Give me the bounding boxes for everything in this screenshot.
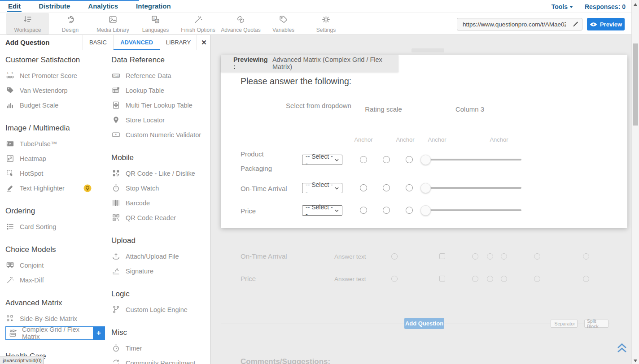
toolbar-item-advance-quotas[interactable]: Advance Quotas <box>219 13 262 35</box>
sidebar-item-lookup-table[interactable]: Lookup Table <box>111 83 209 98</box>
sidebar-item-side-by-side-matrix[interactable]: Side-By-Side Matrix <box>5 311 107 326</box>
split-block-button[interactable]: Split Block <box>584 320 608 328</box>
rating-radio[interactable] <box>360 184 367 191</box>
row-dropdown[interactable]: -- Select -- <box>302 155 342 165</box>
radio-button[interactable] <box>391 276 398 282</box>
toolbar-item-workspace[interactable]: Workspace <box>6 13 49 35</box>
scrollbar-up-arrow-icon[interactable] <box>634 3 637 6</box>
add-question-panel: Add Question BASIC ADVANCED LIBRARY ✕ Cu… <box>0 35 211 364</box>
sidebar-item-van-westendorp[interactable]: Van Westendorp <box>5 83 107 98</box>
sidebar-item-qr-code-like-dislike[interactable]: QR Code - Like / Dislike <box>111 166 209 181</box>
sidebar-item-card-sorting[interactable]: Card Sorting <box>5 219 107 234</box>
signature-icon: x <box>111 267 120 276</box>
toolbar-item-settings[interactable]: Settings <box>305 13 347 35</box>
sidebar-item-budget-scale[interactable]: Budget Scale <box>5 98 107 113</box>
add-question-button[interactable]: Add Question <box>404 318 444 329</box>
sidebar-item-store-locator[interactable]: Store Locator <box>111 113 209 127</box>
tools-menu[interactable]: Tools <box>551 3 573 10</box>
radio-button[interactable] <box>472 253 478 260</box>
toolbar-item-design[interactable]: Design <box>49 13 92 35</box>
sidebar-item-custom-numeric-validator[interactable]: *Custom Numeric Validator <box>111 127 209 142</box>
sidebar-item-community-recruitment[interactable]: Community Recruitment <box>111 355 209 364</box>
nav-tabs: EditDistributeAnalyticsIntegration <box>7 0 172 13</box>
nav-tab-edit[interactable]: Edit <box>7 0 22 13</box>
toolbar-item-finish-options[interactable]: Finish Options <box>177 13 219 35</box>
rating-radio[interactable] <box>383 207 390 214</box>
sidebar-item-reference-data[interactable]: 94122Reference Data <box>111 68 209 83</box>
row-dropdown[interactable]: -- Select -- <box>302 205 342 216</box>
add-selected-question-button[interactable]: + <box>93 327 105 339</box>
tab-basic[interactable]: BASIC <box>83 35 113 50</box>
slider-handle[interactable] <box>420 183 431 193</box>
hotspot-icon <box>5 169 14 178</box>
sidebar-item-hotspot[interactable]: HotSpot <box>5 166 107 181</box>
rating-radio[interactable] <box>406 156 413 163</box>
radio-button[interactable] <box>487 276 493 282</box>
sidebar-item-qr-code-reader[interactable]: QR Code Reader <box>111 210 209 225</box>
matrix-row-label: Price <box>241 204 291 218</box>
sidebar-item-signature[interactable]: xSignature <box>111 264 209 278</box>
page-scrollbar[interactable] <box>631 0 639 364</box>
close-panel-button[interactable]: ✕ <box>197 35 211 50</box>
rating-radio[interactable] <box>360 156 367 163</box>
tab-advanced[interactable]: ADVANCED <box>113 35 160 50</box>
sidebar-item-timer[interactable]: Timer <box>111 341 209 355</box>
previewing-banner: Previewing : Advanced Matrix (Complex Gr… <box>221 55 398 72</box>
toolbar-item-variables[interactable]: Variables <box>262 13 305 35</box>
section-heading-logic: Logic <box>111 278 209 302</box>
radio-button[interactable] <box>472 276 478 282</box>
slider-handle[interactable] <box>420 205 431 216</box>
toolbar-item-languages[interactable]: x̂ALanguages <box>134 13 177 35</box>
checkbox[interactable] <box>439 253 445 259</box>
preview-button[interactable]: Preview <box>587 18 625 30</box>
sidebar-item-conjoint[interactable]: Conjoint <box>5 258 107 273</box>
sidebar-item-text-highlighter[interactable]: Text Highlighter <box>5 181 107 195</box>
sidebar-item-net-promoter-score[interactable]: 15Net Promoter Score <box>5 68 107 83</box>
rating-radio[interactable] <box>406 207 413 214</box>
scrollbar-down-arrow-icon[interactable] <box>634 360 637 362</box>
rating-radio[interactable] <box>383 156 390 163</box>
scrollbar-thumb[interactable] <box>633 43 638 126</box>
sidebar-item-multi-tier-lookup-table[interactable]: Multi Tier Lookup Table <box>111 98 209 113</box>
row-dropdown[interactable]: -- Select -- <box>302 183 342 193</box>
radio-button[interactable] <box>501 253 507 260</box>
slider-track[interactable] <box>421 209 521 211</box>
sidebar-item-custom-logic-engine[interactable]: Custom Logic Engine <box>111 302 209 317</box>
scroll-to-top-button[interactable] <box>616 341 628 355</box>
responses-count[interactable]: Responses: 0 <box>585 3 626 10</box>
sidebar-item-attach-upload-file[interactable]: Attach/Upload File <box>111 249 209 264</box>
nav-tab-analytics[interactable]: Analytics <box>87 0 119 13</box>
sidebar-item-label: Community Recruitment <box>126 360 196 364</box>
tab-library[interactable]: LIBRARY <box>160 35 197 50</box>
slider-track[interactable] <box>421 187 521 189</box>
radio-button[interactable] <box>391 253 398 260</box>
radio-button[interactable] <box>501 276 507 282</box>
nav-tab-distribute[interactable]: Distribute <box>38 0 71 13</box>
radio-button[interactable] <box>534 253 540 260</box>
survey-url-input[interactable] <box>457 21 569 28</box>
rating-radio[interactable] <box>406 184 413 191</box>
section-heading-image-multimedia: Image / Multimedia <box>5 113 107 136</box>
dropdown-value: -- Select -- <box>306 153 335 167</box>
edit-url-button[interactable] <box>569 18 582 30</box>
sidebar-item-barcode[interactable]: Barcode <box>111 195 209 210</box>
radio-button[interactable] <box>583 253 589 260</box>
sidebar-item-heatmap[interactable]: Heatmap <box>5 151 107 166</box>
rating-radio[interactable] <box>383 184 390 191</box>
sidebar-item-max-diff[interactable]: Max-Diff <box>5 273 107 287</box>
rating-radio[interactable] <box>360 207 367 214</box>
svg-text:x̂: x̂ <box>153 17 155 20</box>
radio-button[interactable] <box>534 276 540 282</box>
sidebar-item-complex-grid-flex-matrix[interactable]: Complex Grid / Flex Matrix+ <box>5 326 105 340</box>
sidebar-item-stop-watch[interactable]: Stop Watch <box>111 181 209 195</box>
radio-button[interactable] <box>583 276 589 282</box>
radio-button[interactable] <box>487 253 493 260</box>
slider-handle[interactable] <box>420 155 431 165</box>
separator-toggle-button[interactable]: Separator <box>551 320 578 328</box>
svg-text:5: 5 <box>11 72 13 74</box>
checkbox[interactable] <box>439 276 445 282</box>
slider-track[interactable] <box>421 159 521 160</box>
sidebar-item-tubepulse[interactable]: TubePulse™ <box>5 136 107 151</box>
toolbar-item-media-library[interactable]: Media Library <box>92 13 134 35</box>
nav-tab-integration[interactable]: Integration <box>135 0 172 13</box>
